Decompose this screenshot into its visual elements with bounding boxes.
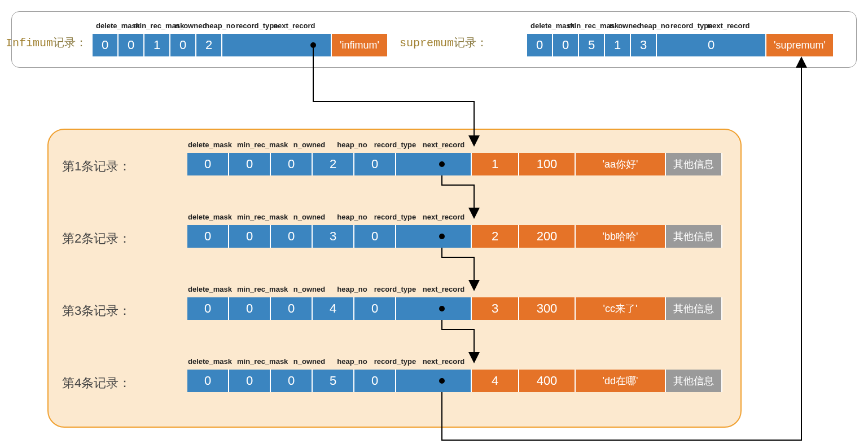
col-head: min_rec_mask: [237, 140, 282, 149]
col-head: record_type: [372, 140, 418, 149]
row-data-cell: 100: [519, 153, 576, 175]
link-dot: [439, 161, 445, 167]
infimum-record-label: Infimum记录：: [6, 35, 87, 50]
col-head: delete_mask: [531, 21, 568, 30]
link-dot: [439, 234, 445, 239]
row-header-cell: [396, 297, 472, 320]
infimum-n-owned: 1: [144, 34, 170, 56]
col-head: next_record: [273, 21, 309, 30]
row-header-cell: 0: [229, 153, 271, 175]
supremum-suffix: 记录：: [454, 36, 488, 49]
col-head: n_owned: [287, 357, 332, 366]
row-header-cell: 5: [313, 370, 354, 392]
supremum-record-label: supremum记录：: [400, 35, 488, 50]
supremum-n-owned: 5: [579, 34, 605, 56]
row-header-cell: 0: [354, 153, 396, 175]
row-header-cell: 0: [271, 297, 313, 320]
col-head: heap_no: [204, 21, 236, 30]
col-head: delete_mask: [187, 285, 233, 293]
col-head: delete_mask: [187, 140, 233, 149]
row-other-cell: 其他信息: [666, 297, 722, 320]
supremum-data: 'supremum': [766, 34, 834, 56]
supremum-min-rec-mask: 0: [553, 34, 579, 56]
infimum-prefix: Infimum: [6, 37, 53, 50]
col-head: delete_mask: [187, 357, 233, 366]
row-header-cell: 0: [271, 225, 313, 248]
col-head: min_rec_mask: [237, 213, 282, 221]
col-head: next_record: [421, 357, 466, 366]
col-head: heap_no: [330, 140, 375, 149]
link-dot: [439, 378, 445, 384]
col-head: delete_mask: [96, 21, 133, 30]
row-data-cell: 200: [519, 225, 576, 248]
row-data-cell: 'dd在哪': [576, 370, 666, 392]
row-other-cell: 其他信息: [666, 370, 722, 392]
supremum-heap-no: 1: [605, 34, 631, 56]
infimum-min-rec-mask: 0: [119, 34, 144, 56]
col-head: delete_mask: [187, 213, 233, 221]
row-header-cell: 0: [187, 153, 229, 175]
row-header-cell: 0: [229, 370, 271, 392]
infimum-record-type: 2: [196, 34, 222, 56]
col-head: next_record: [421, 285, 466, 293]
row-header-cell: 0: [354, 370, 396, 392]
col-head: record_type: [372, 357, 418, 366]
row-label: 第3条记录：: [62, 302, 131, 319]
row-header-cell: 0: [229, 225, 271, 248]
infimum-heap-no: 0: [170, 34, 196, 56]
row-header-cell: 4: [313, 297, 354, 320]
col-head: min_rec_mask: [237, 357, 282, 366]
row-header-cell: 2: [313, 153, 354, 175]
col-head: record_type: [372, 213, 418, 221]
row-label: 第1条记录：: [62, 158, 131, 175]
row-data-cell: 'cc来了': [576, 297, 666, 320]
row-other-cell: 其他信息: [666, 225, 722, 248]
col-head: record_type: [670, 21, 708, 30]
row-data-cell: 2: [472, 225, 519, 248]
row-header-cell: 0: [354, 225, 396, 248]
col-head: n_owned: [287, 213, 332, 221]
col-head: record_type: [372, 285, 418, 293]
col-head: min_rec_mask: [237, 285, 282, 293]
row-header-cell: 0: [187, 225, 229, 248]
col-head: next_record: [708, 21, 744, 30]
row-header-cell: [396, 225, 472, 248]
supremum-prefix: supremum: [400, 37, 454, 50]
row-data-cell: 1: [472, 153, 519, 175]
row-data-cell: 300: [519, 297, 576, 320]
col-head: n_owned: [287, 140, 332, 149]
row-header-cell: 0: [271, 370, 313, 392]
row-data-cell: 'bb哈哈': [576, 225, 666, 248]
col-head: min_rec_mask: [568, 21, 610, 30]
row-data-cell: 'aa你好': [576, 153, 666, 175]
supremum-next-record: 0: [657, 34, 766, 56]
infimum-suffix: 记录：: [53, 36, 87, 49]
col-head: n_owned: [287, 285, 332, 293]
row-data-cell: 4: [472, 370, 519, 392]
infimum-delete-mask: 0: [93, 34, 119, 56]
col-head: heap_no: [639, 21, 670, 30]
col-head: heap_no: [330, 285, 375, 293]
row-header-cell: [396, 370, 472, 392]
col-head: n_owned: [610, 21, 639, 30]
col-head: min_rec_mask: [133, 21, 175, 30]
col-head: next_record: [421, 140, 466, 149]
row-header-cell: 0: [187, 297, 229, 320]
col-head: heap_no: [330, 213, 375, 221]
row-header-cell: 3: [313, 225, 354, 248]
row-header-cell: 0: [271, 153, 313, 175]
row-header-cell: 0: [229, 297, 271, 320]
row-header-cell: 0: [187, 370, 229, 392]
infimum-data: 'infimum': [332, 34, 388, 56]
col-head: heap_no: [330, 357, 375, 366]
row-label: 第2条记录：: [62, 230, 131, 247]
col-head: n_owned: [175, 21, 204, 30]
row-data-cell: 3: [472, 297, 519, 320]
row-header-cell: [396, 153, 472, 175]
col-head: record_type: [236, 21, 273, 30]
link-dot: [310, 42, 316, 48]
row-label: 第4条记录：: [62, 375, 131, 392]
link-dot: [439, 306, 445, 311]
col-head: next_record: [421, 213, 466, 221]
row-data-cell: 400: [519, 370, 576, 392]
